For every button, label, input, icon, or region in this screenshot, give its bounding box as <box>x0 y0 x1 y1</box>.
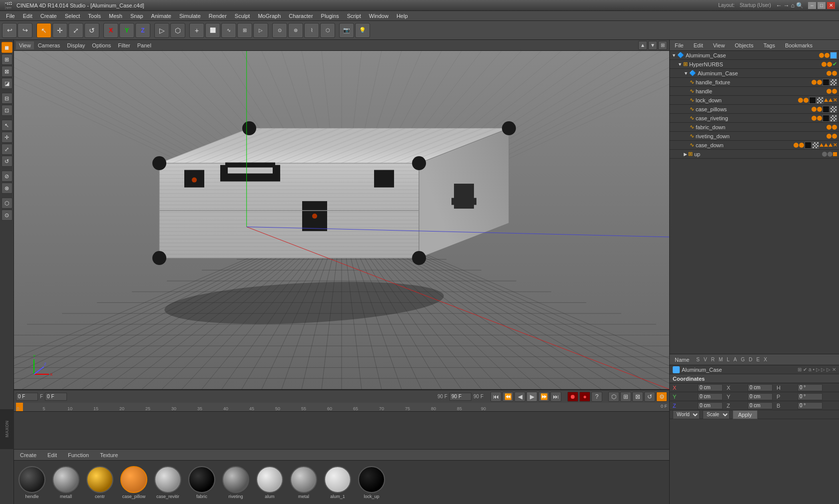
menu-simulate[interactable]: Simulate <box>175 12 205 20</box>
mat-thumb-case_revitir[interactable]: case_revitir <box>154 466 182 499</box>
menu-render[interactable]: Render <box>205 12 231 20</box>
mat-menu-edit[interactable]: Edit <box>44 451 60 459</box>
am-y-pos2[interactable]: 0 cm <box>748 393 773 400</box>
timeline-track[interactable] <box>14 412 669 449</box>
om-dot-up-2[interactable] <box>828 152 833 157</box>
effector-btn[interactable]: ⊛ <box>288 23 303 38</box>
mode-edge[interactable]: ◪ <box>1 78 12 89</box>
om-dot-1[interactable] <box>819 53 824 58</box>
om-dot-rd-2[interactable] <box>832 134 837 139</box>
vp-expand[interactable]: ⊞ <box>658 41 667 50</box>
am-apply-btn[interactable]: Apply <box>733 410 758 419</box>
paint-tool[interactable]: ⬡ <box>1 198 12 209</box>
om-row-up[interactable]: ▶ ⊞ up <box>670 150 839 159</box>
om-row-hypernurbs[interactable]: ▼ ⊞ HyperNURBS ✔ <box>670 60 839 69</box>
om-dot-h-1[interactable] <box>827 89 832 94</box>
om-dot-up-3[interactable] <box>833 152 837 156</box>
redo-button[interactable]: ↪ <box>17 23 32 38</box>
current-frame-input2[interactable] <box>45 393 67 401</box>
title-btn-close[interactable]: ✕ <box>827 2 835 9</box>
tc-del-key[interactable]: ⊠ <box>632 392 643 402</box>
tc-loop[interactable]: ↺ <box>644 392 655 402</box>
am-b-rot[interactable]: 0 ° <box>798 402 823 409</box>
nav-home[interactable]: ⌂ <box>791 2 795 9</box>
vp-tab-display[interactable]: Display <box>64 41 88 49</box>
mat-thumb-lock_up[interactable]: lock_up <box>358 466 386 499</box>
om-menu-view[interactable]: View <box>710 41 728 49</box>
add-null-btn[interactable]: ⬜ <box>205 23 220 38</box>
sculpt-tool[interactable]: ⊙ <box>1 210 12 221</box>
render-view-btn[interactable]: ⬡ <box>170 23 185 38</box>
om-dot-cp-2[interactable] <box>817 107 822 112</box>
om-row-aluminum-case-child[interactable]: ▼ 🔷 Aluminum_Case <box>670 69 839 78</box>
vp-tab-filter[interactable]: Filter <box>115 41 133 49</box>
mat-thumb-hendle[interactable]: hendle <box>18 466 46 499</box>
tc-motion-clip[interactable]: ? <box>591 392 602 402</box>
om-row-fabric-down[interactable]: ∿ fabric_down <box>670 123 839 132</box>
om-dot-hn-2[interactable] <box>827 62 832 67</box>
om-dot-fd-2[interactable] <box>832 125 837 130</box>
menu-edit[interactable]: Edit <box>19 12 36 20</box>
mode-object[interactable]: ⊞ <box>1 54 12 65</box>
tc-auto-key[interactable]: ● <box>579 392 590 402</box>
om-dot-cd-2[interactable] <box>799 143 804 148</box>
mat-thumb-case_pillow[interactable]: case_pillow <box>120 466 148 499</box>
vp-tab-panel[interactable]: Panel <box>134 41 154 49</box>
current-frame-input[interactable] <box>16 393 38 401</box>
tc-sel-key[interactable]: ⊞ <box>620 392 631 402</box>
menu-snap[interactable]: Snap <box>126 12 147 20</box>
x-axis-btn[interactable]: X <box>103 23 118 38</box>
vp-nav-up[interactable]: ▲ <box>638 41 647 50</box>
timeline-ruler[interactable]: 0 5 10 15 20 25 30 35 40 45 50 55 60 65 … <box>14 403 669 412</box>
y-axis-btn[interactable]: Y <box>119 23 134 38</box>
om-expand-hypernurbs[interactable]: ▼ <box>678 62 682 67</box>
menu-animate[interactable]: Animate <box>147 12 175 20</box>
mode-texture[interactable]: ⊠ <box>1 66 12 77</box>
om-row-case-pillows[interactable]: ∿ case_pillows <box>670 105 839 114</box>
tc-prev-frame[interactable]: ⏪ <box>502 392 513 402</box>
menu-create[interactable]: Create <box>36 12 61 20</box>
add-nurbs-btn[interactable]: ⊞ <box>237 23 252 38</box>
om-dot-cr-1[interactable] <box>812 116 817 121</box>
scale-left-btn[interactable]: ⤢ <box>1 144 12 155</box>
menu-select[interactable]: Select <box>61 12 84 20</box>
z-axis-btn[interactable]: Z <box>135 23 150 38</box>
live-select-btn[interactable]: ↖ <box>36 23 51 38</box>
om-dot-hf-1[interactable] <box>812 80 817 85</box>
menu-tools[interactable]: Tools <box>84 12 105 20</box>
om-expand-root[interactable]: ▼ <box>672 53 676 58</box>
selection-tool[interactable]: ↖ <box>1 120 12 131</box>
deform-btn[interactable]: ⌇ <box>304 23 319 38</box>
knife-tool[interactable]: ⊘ <box>1 171 12 182</box>
om-menu-edit[interactable]: Edit <box>691 41 706 49</box>
add-spline-btn[interactable]: ∿ <box>221 23 236 38</box>
mode-model[interactable]: ◼ <box>1 42 12 53</box>
tc-play-back[interactable]: ◀ <box>514 392 525 402</box>
mat-menu-texture[interactable]: Texture <box>97 451 121 459</box>
rotate-left-btn[interactable]: ↺ <box>1 156 12 167</box>
om-menu-objects[interactable]: Objects <box>732 41 756 49</box>
scale-tool-btn[interactable]: ⤢ <box>68 23 83 38</box>
move-tool-btn[interactable]: ✛ <box>52 23 67 38</box>
om-dot-ld-2[interactable] <box>804 98 809 103</box>
om-row-handle-fixture[interactable]: ∿ handle_fixture <box>670 78 839 87</box>
nav-back[interactable]: ← <box>776 2 782 9</box>
tc-play-fwd[interactable]: ▶ <box>526 392 537 402</box>
vp-tab-cameras[interactable]: Cameras <box>35 41 63 49</box>
om-menu-tags[interactable]: Tags <box>761 41 778 49</box>
undo-button[interactable]: ↩ <box>2 23 17 38</box>
camera-btn[interactable]: 📷 <box>339 23 354 38</box>
om-dot-hf-2[interactable] <box>817 80 822 85</box>
om-row-case-riveting[interactable]: ∿ case_riveting <box>670 114 839 123</box>
snap-toggle[interactable]: ⊟ <box>1 93 12 104</box>
end-frame-input[interactable] <box>449 393 471 401</box>
am-z-pos2[interactable]: 0 cm <box>748 402 773 409</box>
om-row-lock-down[interactable]: ∿ lock_down ✕ <box>670 96 839 105</box>
om-dot-cd-1[interactable] <box>794 143 799 148</box>
am-x-pos[interactable]: 0 cm <box>698 384 723 391</box>
am-world-select[interactable]: World <box>673 410 700 419</box>
mat-thumb-alum_1[interactable]: alum_1 <box>324 466 352 499</box>
generate-btn[interactable]: ⬡ <box>320 23 335 38</box>
om-row-case-down[interactable]: ∿ case_down ✕ <box>670 141 839 150</box>
am-x-pos2[interactable]: 0 cm <box>748 384 773 391</box>
